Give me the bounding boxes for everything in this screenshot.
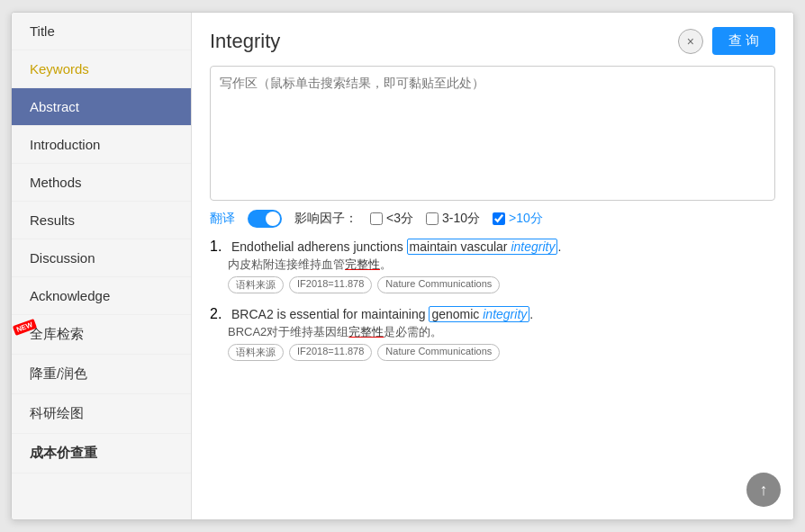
result-zh-2: BRCA2对于维持基因组完整性是必需的。 bbox=[228, 324, 775, 340]
search-title: Integrity bbox=[210, 30, 669, 53]
sidebar-item-abstract[interactable]: Abstract bbox=[12, 88, 191, 126]
main-content: Integrity × 查 询 翻译 影响因子： <3分 3-10分 >10分 bbox=[192, 13, 793, 519]
sidebar-item-research-chart[interactable]: 科研绘图 bbox=[12, 394, 191, 434]
result-en-2: 2.BRCA2 is essential for maintaining gen… bbox=[210, 306, 775, 322]
filter-lt3[interactable]: <3分 bbox=[370, 211, 413, 227]
sidebar-item-label-reduce-weight: 降重/润色 bbox=[30, 365, 87, 381]
sidebar-item-results[interactable]: Results bbox=[12, 202, 191, 239]
sidebar-item-label-cost-check: 成本价查重 bbox=[30, 445, 97, 460]
sidebar: TitleKeywordsAbstractIntroductionMethods… bbox=[12, 13, 192, 519]
sidebar-item-label-abstract: Abstract bbox=[30, 99, 79, 114]
sidebar-item-label-research-chart: 科研绘图 bbox=[30, 405, 84, 420]
sidebar-item-cost-check[interactable]: 成本价查重 bbox=[12, 434, 191, 473]
close-button[interactable]: × bbox=[678, 29, 703, 54]
translate-label: 翻译 bbox=[210, 211, 235, 227]
result-italic-1: integrity bbox=[511, 239, 555, 254]
result-number-1: 1. bbox=[210, 239, 226, 255]
sidebar-item-label-introduction: Introduction bbox=[30, 137, 100, 152]
result-highlight-2: genomic integrity bbox=[429, 306, 529, 322]
filter-gt10-label: >10分 bbox=[509, 211, 543, 227]
result-tag: IF2018=11.878 bbox=[289, 276, 372, 293]
impact-label: 影响因子： bbox=[294, 211, 357, 227]
result-item-1: 1.Endothelial adherens junctions maintai… bbox=[210, 239, 775, 293]
result-tag: 语料来源 bbox=[228, 276, 284, 293]
sidebar-item-label-discussion: Discussion bbox=[30, 250, 95, 266]
query-button[interactable]: 查 询 bbox=[712, 27, 775, 55]
filter-lt3-checkbox[interactable] bbox=[370, 212, 383, 225]
result-tag: IF2018=11.878 bbox=[289, 344, 372, 361]
sidebar-item-title[interactable]: Title bbox=[12, 13, 191, 50]
sidebar-item-reduce-weight[interactable]: 降重/润色 bbox=[12, 355, 191, 394]
result-tag: Nature Communications bbox=[377, 344, 500, 361]
filter-bar: 翻译 影响因子： <3分 3-10分 >10分 bbox=[210, 210, 775, 228]
filter-3to10-checkbox[interactable] bbox=[426, 212, 439, 225]
sidebar-item-label-all-search: 全库检索 bbox=[30, 326, 84, 341]
search-bar: Integrity × 查 询 bbox=[210, 27, 775, 55]
sidebar-item-introduction[interactable]: Introduction bbox=[12, 126, 191, 164]
scroll-top-button[interactable]: ↑ bbox=[746, 473, 781, 507]
sidebar-item-label-title: Title bbox=[30, 23, 55, 39]
result-italic-2: integrity bbox=[483, 307, 527, 321]
result-zh-underline-1: 完整性 bbox=[345, 257, 380, 271]
app-window: TitleKeywordsAbstractIntroductionMethods… bbox=[11, 12, 794, 520]
sidebar-item-all-search[interactable]: NEW全库检索 bbox=[12, 315, 191, 355]
result-en-text-2: BRCA2 is essential for maintaining genom… bbox=[231, 307, 533, 321]
sidebar-item-label-keywords: Keywords bbox=[30, 61, 89, 77]
close-icon: × bbox=[687, 34, 694, 49]
translate-toggle[interactable] bbox=[248, 210, 282, 228]
sidebar-item-keywords[interactable]: Keywords bbox=[12, 50, 191, 88]
sidebar-item-label-acknowledge: Acknowledge bbox=[30, 288, 110, 303]
result-en-1: 1.Endothelial adherens junctions maintai… bbox=[210, 239, 775, 255]
filter-gt10[interactable]: >10分 bbox=[493, 211, 543, 227]
filter-3to10-label: 3-10分 bbox=[442, 211, 480, 227]
sidebar-item-label-results: Results bbox=[30, 212, 75, 228]
sidebar-item-discussion[interactable]: Discussion bbox=[12, 239, 191, 277]
write-area[interactable] bbox=[210, 66, 775, 201]
result-tags-2: 语料来源IF2018=11.878Nature Communications bbox=[228, 344, 775, 361]
result-en-text-1: Endothelial adherens junctions maintain … bbox=[231, 239, 561, 254]
result-zh-1: 内皮粘附连接维持血管完整性。 bbox=[228, 257, 775, 273]
result-tags-1: 语料来源IF2018=11.878Nature Communications bbox=[228, 276, 775, 293]
result-item-2: 2.BRCA2 is essential for maintaining gen… bbox=[210, 306, 775, 361]
sidebar-item-label-methods: Methods bbox=[30, 175, 82, 190]
result-highlight-1: maintain vascular integrity bbox=[407, 239, 558, 255]
sidebar-item-methods[interactable]: Methods bbox=[12, 164, 191, 202]
filter-gt10-checkbox[interactable] bbox=[493, 212, 505, 225]
sidebar-item-acknowledge[interactable]: Acknowledge bbox=[12, 277, 191, 315]
filter-3to10[interactable]: 3-10分 bbox=[426, 211, 480, 227]
result-zh-underline-2: 完整性 bbox=[348, 325, 384, 338]
results-list: 1.Endothelial adherens junctions maintai… bbox=[210, 239, 775, 505]
result-tag: 语料来源 bbox=[228, 344, 284, 361]
result-number-2: 2. bbox=[210, 306, 226, 322]
filter-lt3-label: <3分 bbox=[386, 211, 413, 227]
result-tag: Nature Communications bbox=[377, 276, 500, 293]
scroll-top-icon: ↑ bbox=[760, 481, 768, 500]
